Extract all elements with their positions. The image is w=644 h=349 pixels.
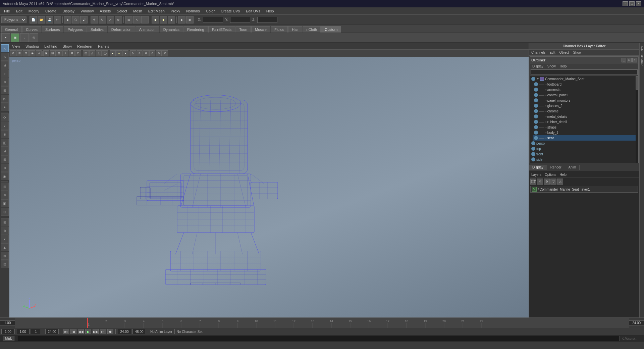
vp-menu-lighting[interactable]: Lighting bbox=[43, 44, 59, 49]
tab-display[interactable]: Display bbox=[529, 165, 547, 170]
vp-tb-11[interactable]: ⊡ bbox=[75, 50, 81, 56]
save-btn[interactable]: 💾 bbox=[46, 16, 53, 23]
mode-dropdown[interactable]: Polygons Surfaces Animation bbox=[1, 16, 26, 23]
vp-tb-13[interactable]: ◭ bbox=[89, 50, 95, 56]
vp-tb-light3[interactable]: ● bbox=[122, 50, 128, 56]
paint-btn[interactable]: ✎ bbox=[1, 53, 9, 61]
tool10-btn[interactable]: ⊻ bbox=[1, 122, 9, 130]
vp-menu-panels[interactable]: Panels bbox=[97, 44, 111, 49]
tool6-btn[interactable]: ⊞ bbox=[1, 86, 9, 94]
move-tool-btn[interactable]: ✛ bbox=[91, 16, 98, 23]
tool13-btn[interactable]: ⊿ bbox=[1, 147, 9, 155]
shelf-icon-3[interactable]: ○ bbox=[20, 33, 29, 42]
close-btn[interactable]: × bbox=[636, 1, 641, 6]
cb-menu-show[interactable]: Show bbox=[572, 50, 582, 55]
play-forward-btn[interactable]: ▶ bbox=[85, 329, 91, 334]
tab-toon[interactable]: Toon bbox=[235, 26, 251, 33]
menu-assets[interactable]: Assets bbox=[97, 8, 113, 14]
tab-subdivs[interactable]: Subdivs bbox=[87, 26, 107, 33]
viewport-3d[interactable]: persp .wire { stroke: #3333aa; stroke-wi… bbox=[9, 57, 529, 317]
tree-item-panel-monitors[interactable]: —— ○ panel_monitors bbox=[533, 98, 636, 103]
record-btn[interactable]: ⏺ bbox=[107, 329, 113, 334]
maximize-btn[interactable]: □ bbox=[629, 1, 635, 6]
tool26-btn[interactable]: ⊡ bbox=[1, 260, 9, 268]
menu-edit[interactable]: Edit bbox=[13, 8, 25, 14]
current-frame-input[interactable] bbox=[16, 329, 30, 334]
tool5-btn[interactable]: ⊕ bbox=[1, 78, 9, 86]
tool23-btn[interactable]: ⊻ bbox=[1, 235, 9, 243]
tool16-btn[interactable]: ◉ bbox=[1, 172, 9, 180]
tree-item-armrests[interactable]: —— ○ armrests bbox=[533, 87, 636, 92]
tool21-btn[interactable]: ⊞ bbox=[1, 218, 9, 226]
minimize-btn[interactable]: − bbox=[623, 1, 628, 6]
attr-editor-label[interactable]: Attribute Editor bbox=[640, 44, 644, 67]
tree-item-chrome[interactable]: —— ○ chrome bbox=[533, 108, 636, 114]
vp-tb-14[interactable]: ◮ bbox=[96, 50, 102, 56]
tool14-btn[interactable]: ⊞ bbox=[1, 155, 9, 163]
tool25-btn[interactable]: ⊠ bbox=[1, 252, 9, 260]
anim-range-input[interactable] bbox=[132, 329, 146, 334]
light-btn-3[interactable]: ● bbox=[168, 16, 175, 23]
tool9-btn[interactable]: ⟳ bbox=[1, 113, 9, 121]
tab-hair[interactable]: Hair bbox=[288, 26, 302, 33]
menu-edit-mesh[interactable]: Edit Mesh bbox=[146, 8, 167, 14]
tree-item-footboard[interactable]: —— ○ footboard bbox=[533, 82, 636, 87]
menu-normals[interactable]: Normals bbox=[183, 8, 203, 14]
outliner-scroll-thumb[interactable] bbox=[636, 76, 638, 90]
menu-modify[interactable]: Modify bbox=[26, 8, 42, 14]
out-menu-help[interactable]: Help bbox=[559, 64, 568, 68]
layer-options-btn[interactable]: ⚙ bbox=[544, 179, 550, 185]
vp-tb-12[interactable]: ◫ bbox=[83, 50, 89, 56]
tool12-btn[interactable]: ◫ bbox=[1, 139, 9, 147]
tool18-btn[interactable]: ⊕ bbox=[1, 191, 9, 199]
render-preview-btn[interactable]: ▶ bbox=[178, 16, 185, 23]
vp-tb-1[interactable]: ⊕ bbox=[10, 50, 16, 56]
tab-fluids[interactable]: Fluids bbox=[271, 26, 288, 33]
menu-edit-uvs[interactable]: Edit UVs bbox=[243, 8, 263, 14]
tool11-btn[interactable]: ⊗ bbox=[1, 130, 9, 138]
tab-deformation[interactable]: Deformation bbox=[108, 26, 135, 33]
vp-tb-light1[interactable]: ● bbox=[110, 50, 116, 56]
layers-menu-layers[interactable]: Layers bbox=[530, 172, 542, 177]
cb-menu-channels[interactable]: Channels bbox=[530, 50, 546, 55]
frame-marker-input[interactable] bbox=[31, 329, 41, 334]
vp-tb-19[interactable]: ⊘ bbox=[149, 50, 155, 56]
tree-item-side[interactable]: side bbox=[530, 157, 636, 162]
tab-render[interactable]: Render bbox=[547, 165, 565, 170]
x-coord-input[interactable] bbox=[203, 17, 223, 23]
tree-item-control-panel[interactable]: —— ○ control_panel bbox=[533, 92, 636, 98]
universal-tool-btn[interactable]: ⊕ bbox=[115, 16, 122, 23]
tab-anim[interactable]: Anim bbox=[565, 165, 580, 170]
command-line-input[interactable] bbox=[17, 336, 620, 341]
outliner-close-btn[interactable]: × bbox=[632, 58, 637, 62]
new-layer-btn[interactable] bbox=[530, 179, 536, 185]
vp-tb-16[interactable]: ▷ bbox=[130, 50, 136, 56]
tool24-btn[interactable]: ◭ bbox=[1, 243, 9, 251]
tab-curves[interactable]: Curves bbox=[22, 26, 41, 33]
play-next-btn[interactable]: ▶▶ bbox=[93, 329, 99, 334]
tree-item-straps[interactable]: —— ○ straps bbox=[533, 124, 636, 130]
vp-tb-21[interactable]: ⊝ bbox=[162, 50, 168, 56]
vp-menu-shading[interactable]: Shading bbox=[24, 44, 40, 49]
tree-item-rubber-detail[interactable]: —— ○ rubber_detail bbox=[533, 119, 636, 124]
snap-point-btn[interactable]: ⋅ bbox=[141, 16, 149, 23]
timeline-start-input[interactable]: 1.00 bbox=[0, 320, 15, 326]
play-prev-btn[interactable]: ◀ bbox=[70, 329, 76, 334]
tree-item-commander-marine-seat[interactable]: ▼ Commander_Marine_Seat bbox=[530, 76, 636, 82]
tree-item-body1[interactable]: —— ○ body_1 bbox=[533, 130, 636, 135]
timeline-end-input[interactable]: 24.00 bbox=[629, 320, 644, 326]
outliner-undock-btn[interactable]: _ bbox=[622, 58, 626, 62]
layer-item-1[interactable]: V / Commander_Marine_Seat_layer1 bbox=[530, 186, 638, 193]
layers-menu-options[interactable]: Options bbox=[544, 172, 557, 177]
tool7-btn[interactable]: ▷ bbox=[1, 95, 9, 103]
select-mode-btn[interactable]: ↖ bbox=[1, 44, 9, 52]
play-back-btn[interactable]: ◀◀ bbox=[78, 329, 84, 334]
lasso-tool-btn[interactable]: ⬡ bbox=[72, 16, 79, 23]
cb-menu-object[interactable]: Object bbox=[558, 50, 570, 55]
tool15-btn[interactable]: ⊕ bbox=[1, 164, 9, 172]
snap-curve-btn[interactable]: ∿ bbox=[133, 16, 141, 23]
vp-tb-6[interactable]: ▣ bbox=[43, 50, 49, 56]
tab-custom[interactable]: Custom bbox=[321, 26, 341, 33]
undo-btn[interactable]: ↩ bbox=[54, 16, 61, 23]
tool4-btn[interactable]: ○ bbox=[1, 69, 9, 78]
